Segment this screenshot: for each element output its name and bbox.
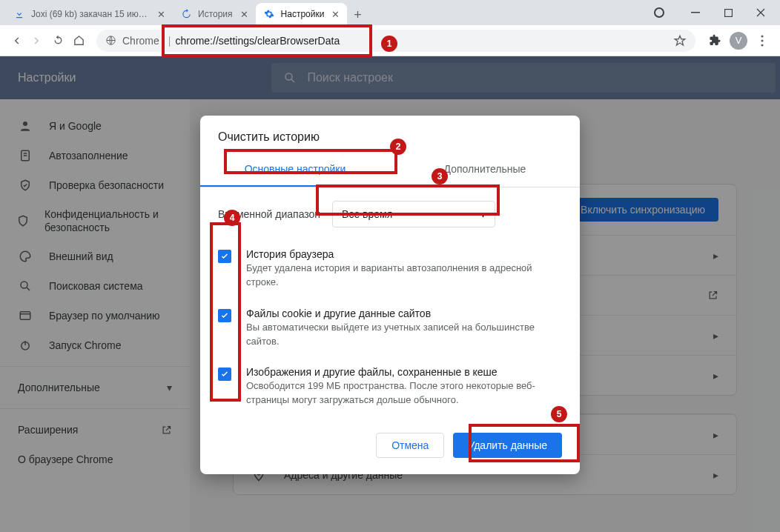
tab-title: История	[198, 9, 233, 19]
extensions-icon[interactable]	[703, 29, 727, 53]
checkbox-checked-icon[interactable]	[218, 309, 231, 322]
tab-advanced[interactable]: Дополнительные	[390, 153, 580, 187]
account-ring-icon[interactable]	[654, 7, 664, 18]
svg-point-5	[761, 44, 763, 46]
avatar-letter: V	[736, 35, 742, 46]
back-button[interactable]	[6, 30, 27, 51]
url-path: chrome://settings/clearBrowserData	[175, 35, 340, 47]
tab-history[interactable]: История ✕	[173, 3, 256, 25]
checkbox-checked-icon[interactable]	[218, 368, 231, 381]
checkbox-row-cache[interactable]: Изображения и другие файлы, сохраненные …	[218, 357, 562, 416]
window-titlebar: Joxi (69 kb) закачан 15 июня 20… ✕ Истор…	[0, 0, 780, 25]
browser-tabs: Joxi (69 kb) закачан 15 июня 20… ✕ Истор…	[6, 0, 654, 25]
close-window-button[interactable]	[744, 1, 777, 24]
dialog-tabs: Основные настройки Дополнительные	[200, 153, 580, 187]
clear-data-button[interactable]: Удалить данные	[453, 433, 562, 458]
annotation-badge-3: 3	[432, 168, 448, 184]
svg-point-4	[761, 39, 763, 41]
minimize-button[interactable]	[679, 1, 712, 24]
checkbox-title: Файлы cookie и другие данные сайтов	[246, 307, 562, 319]
profile-avatar[interactable]: V	[727, 29, 750, 53]
checkbox-desc: Будет удалена история и варианты автозап…	[246, 262, 562, 290]
bookmark-star-icon[interactable]	[673, 34, 687, 47]
checkbox-desc: Вы автоматически выйдете из учетных запи…	[246, 321, 562, 349]
gear-icon	[263, 8, 275, 20]
home-button[interactable]	[68, 30, 89, 51]
history-icon	[180, 8, 192, 20]
annotation-badge-2: 2	[390, 139, 406, 155]
url-host: Chrome	[122, 35, 159, 47]
annotation-badge-5: 5	[551, 406, 567, 422]
download-icon	[13, 8, 25, 20]
tab-settings[interactable]: Настройки ✕	[256, 3, 348, 25]
reload-button[interactable]	[47, 30, 68, 51]
site-info-icon[interactable]	[105, 35, 116, 46]
window-controls	[654, 0, 777, 25]
checkbox-title: Изображения и другие файлы, сохраненные …	[246, 366, 562, 378]
annotation-badge-1: 1	[381, 36, 397, 52]
new-tab-button[interactable]: +	[347, 4, 368, 25]
svg-point-3	[761, 35, 763, 37]
time-range-select[interactable]: Все время ▾	[332, 201, 495, 227]
select-value: Все время	[342, 208, 392, 220]
kebab-menu-icon[interactable]	[750, 29, 774, 53]
svg-rect-1	[724, 9, 732, 16]
tab-joxi[interactable]: Joxi (69 kb) закачан 15 июня 20… ✕	[6, 3, 173, 25]
maximize-button[interactable]	[712, 1, 744, 24]
annotation-badge-4: 4	[224, 210, 240, 226]
close-icon[interactable]: ✕	[331, 9, 340, 20]
toolbar-right: V	[703, 29, 774, 53]
tab-title: Joxi (69 kb) закачан 15 июня 20…	[31, 9, 150, 19]
checkbox-title: История браузера	[246, 248, 562, 260]
nav-buttons	[6, 30, 89, 51]
close-icon[interactable]: ✕	[240, 9, 248, 20]
forward-button[interactable]	[27, 30, 47, 51]
checkbox-checked-icon[interactable]	[218, 250, 231, 263]
checkbox-row-history[interactable]: История браузера Будет удалена история и…	[218, 239, 562, 299]
chevron-down-icon: ▾	[480, 208, 486, 220]
checkbox-row-cookies[interactable]: Файлы cookie и другие данные сайтов Вы а…	[218, 299, 562, 358]
checkbox-desc: Освободится 199 МБ пространства. После э…	[246, 379, 562, 408]
close-icon[interactable]: ✕	[157, 9, 165, 20]
tab-basic[interactable]: Основные настройки	[200, 153, 390, 187]
clear-browsing-data-dialog: Очистить историю Основные настройки Допо…	[200, 116, 580, 474]
cancel-button[interactable]: Отмена	[376, 433, 444, 458]
svg-rect-0	[691, 12, 700, 13]
tab-title: Настройки	[281, 9, 325, 19]
